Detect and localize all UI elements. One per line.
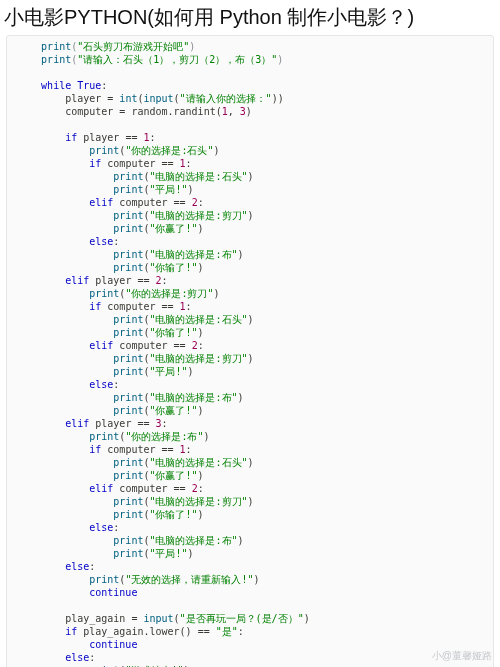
code-line: print("平局!"): [7, 365, 493, 378]
code-line: print("电脑的选择是:石头"): [7, 313, 493, 326]
code-line: elif computer == 2:: [7, 196, 493, 209]
code-line: else:: [7, 651, 493, 664]
code-line: print("你输了!"): [7, 326, 493, 339]
code-line: print("你赢了!"): [7, 222, 493, 235]
code-line: print("平局!"): [7, 183, 493, 196]
code-line: elif player == 2:: [7, 274, 493, 287]
code-line: print("你赢了!"): [7, 404, 493, 417]
code-line: print("电脑的选择是:布"): [7, 391, 493, 404]
code-line: print("你输了!"): [7, 261, 493, 274]
code-line: if computer == 1:: [7, 443, 493, 456]
code-line: if computer == 1:: [7, 300, 493, 313]
code-line: computer = random.randint(1, 3): [7, 105, 493, 118]
code-line: if player == 1:: [7, 131, 493, 144]
code-line: print("电脑的选择是:布"): [7, 248, 493, 261]
code-line: print("电脑的选择是:剪刀"): [7, 352, 493, 365]
code-line: print("你的选择是:石头"): [7, 144, 493, 157]
code-line: print("电脑的选择是:布"): [7, 534, 493, 547]
code-line: print("你的选择是:布"): [7, 430, 493, 443]
code-line: else:: [7, 378, 493, 391]
code-line: print("电脑的选择是:剪刀"): [7, 209, 493, 222]
code-line: print("石头剪刀布游戏开始吧"): [7, 40, 493, 53]
code-line: elif computer == 2:: [7, 339, 493, 352]
code-line: else:: [7, 560, 493, 573]
code-line: print("无效的选择，请重新输入!"): [7, 573, 493, 586]
code-line: print("平局!"): [7, 547, 493, 560]
code-line: print("电脑的选择是:石头"): [7, 456, 493, 469]
code-line: play_again = input("是否再玩一局？(是/否）"): [7, 612, 493, 625]
code-line: print("你赢了!"): [7, 469, 493, 482]
code-line: print("电脑的选择是:剪刀"): [7, 495, 493, 508]
code-block: print("石头剪刀布游戏开始吧") print("请输入：石头（1），剪刀（…: [6, 35, 494, 667]
code-line: player = int(input("请输入你的选择：")): [7, 92, 493, 105]
article-title: 小电影PYTHON(如何用 Python 制作小电影？): [0, 0, 500, 33]
code-line: print("请输入：石头（1），剪刀（2），布（3）"): [7, 53, 493, 66]
code-line: continue: [7, 586, 493, 599]
code-line: else:: [7, 235, 493, 248]
code-line: print("你输了!"): [7, 508, 493, 521]
code-line: while True:: [7, 79, 493, 92]
code-line: else:: [7, 521, 493, 534]
code-line: elif player == 3:: [7, 417, 493, 430]
code-line: continue: [7, 638, 493, 651]
code-line: elif computer == 2:: [7, 482, 493, 495]
code-line: [7, 118, 493, 131]
code-line: [7, 66, 493, 79]
code-line: print("电脑的选择是:石头"): [7, 170, 493, 183]
watermark-bottom-right: 小@董馨娅路: [432, 649, 492, 663]
code-line: [7, 599, 493, 612]
code-line: print("你的选择是:剪刀"): [7, 287, 493, 300]
code-line: if play_again.lower() == "是":: [7, 625, 493, 638]
code-line: if computer == 1:: [7, 157, 493, 170]
